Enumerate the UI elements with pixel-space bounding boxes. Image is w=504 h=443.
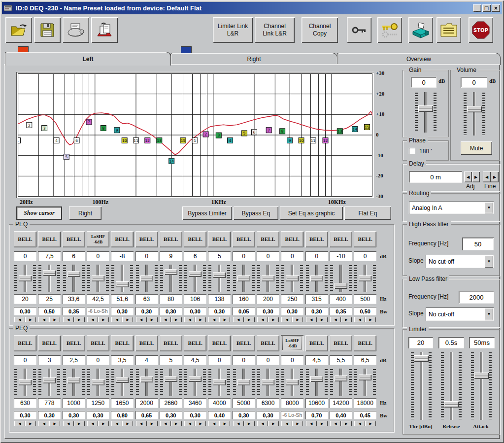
bandwidth-decrease-button[interactable]: ◀ bbox=[257, 317, 268, 322]
band-bandwidth-field[interactable]: 0,50 bbox=[38, 307, 61, 315]
delay-fine-left-button[interactable]: ◀ bbox=[483, 171, 491, 182]
band-gain-field[interactable]: 0 bbox=[257, 355, 279, 365]
band-bandwidth-field[interactable]: 0,30 bbox=[14, 411, 36, 419]
bandwidth-increase-button[interactable]: ▶ bbox=[195, 421, 206, 426]
stop-button[interactable]: STOP bbox=[469, 17, 493, 43]
eq-band-marker[interactable]: 13 bbox=[337, 129, 342, 134]
tab-left[interactable]: Left bbox=[5, 52, 171, 66]
eq-type-button[interactable]: BELL bbox=[135, 231, 158, 247]
eq-band-marker[interactable]: 14 bbox=[169, 158, 174, 164]
band-gain-field[interactable]: 0 bbox=[233, 355, 255, 365]
band-frequency-field[interactable]: 400 bbox=[330, 294, 352, 304]
unlock-button[interactable] bbox=[377, 17, 402, 43]
band-gain-field[interactable]: 0 bbox=[257, 251, 279, 261]
band-bandwidth-field[interactable]: 0,70 bbox=[305, 411, 328, 419]
band-gain-slider[interactable] bbox=[160, 265, 182, 292]
band-frequency-field[interactable]: 4000 bbox=[208, 398, 231, 408]
band-frequency-field[interactable]: 18000 bbox=[354, 398, 376, 408]
bandwidth-decrease-button[interactable]: ◀ bbox=[208, 421, 219, 426]
bandwidth-increase-button[interactable]: ▶ bbox=[365, 317, 376, 322]
band-gain-slider[interactable] bbox=[111, 265, 133, 292]
bandwidth-decrease-button[interactable]: ◀ bbox=[184, 421, 195, 426]
band-gain-field[interactable]: 9 bbox=[160, 251, 182, 261]
band-gain-slider[interactable] bbox=[306, 369, 328, 396]
bandwidth-increase-button[interactable]: ▶ bbox=[219, 421, 230, 426]
band-bandwidth-field[interactable]: 0,30 bbox=[87, 411, 109, 419]
eq-band-marker[interactable]: 12 bbox=[323, 138, 328, 143]
bandwidth-increase-button[interactable]: ▶ bbox=[25, 421, 36, 426]
lpf-slope-dropdown[interactable]: No cut-off ▼ bbox=[426, 307, 494, 321]
eq-type-button[interactable]: LoSHF-6dB bbox=[281, 335, 303, 351]
eq-band-marker[interactable]: 9 bbox=[114, 128, 120, 133]
band-gain-field[interactable]: 3,5 bbox=[111, 355, 134, 365]
band-gain-slider[interactable] bbox=[281, 369, 303, 396]
eq-type-button[interactable]: BELL bbox=[305, 335, 328, 351]
bandwidth-decrease-button[interactable]: ◀ bbox=[38, 317, 49, 322]
band-frequency-field[interactable]: 1650 bbox=[111, 398, 134, 408]
bandwidth-decrease-button[interactable]: ◀ bbox=[233, 421, 244, 426]
limiter-attack-slider[interactable] bbox=[471, 352, 492, 420]
eq-band-marker[interactable]: 7 bbox=[86, 119, 92, 125]
band-frequency-field[interactable]: 778 bbox=[38, 398, 61, 408]
hpf-frequency-field[interactable]: 50 bbox=[462, 238, 494, 250]
bandwidth-increase-button[interactable]: ▶ bbox=[219, 317, 230, 322]
band-frequency-field[interactable]: 63 bbox=[135, 294, 158, 304]
limiter-attack-field[interactable]: 50ms bbox=[469, 337, 495, 348]
bandwidth-decrease-button[interactable]: ◀ bbox=[111, 421, 122, 426]
eq-type-button[interactable]: BELL bbox=[38, 335, 61, 351]
eq-type-button[interactable]: BELL bbox=[14, 335, 36, 351]
bandwidth-decrease-button[interactable]: ◀ bbox=[354, 317, 365, 322]
eq-band-marker[interactable]: 12 bbox=[145, 138, 150, 143]
eq-band-marker[interactable]: 4 bbox=[54, 138, 59, 143]
band-frequency-field[interactable]: 3460 bbox=[184, 398, 206, 408]
band-frequency-field[interactable]: 5000 bbox=[233, 398, 255, 408]
bandwidth-increase-button[interactable]: ▶ bbox=[122, 317, 133, 322]
bandwidth-increase-button[interactable]: ▶ bbox=[147, 421, 158, 426]
eq-band-marker[interactable]: 1 bbox=[192, 138, 198, 143]
band-bandwidth-field[interactable]: 0,40 bbox=[208, 411, 231, 419]
bandwidth-increase-button[interactable]: ▶ bbox=[317, 421, 328, 426]
band-gain-slider[interactable] bbox=[184, 265, 206, 292]
tab-right[interactable]: Right bbox=[170, 53, 337, 65]
bandwidth-increase-button[interactable]: ▶ bbox=[171, 421, 182, 426]
band-gain-field[interactable]: 3 bbox=[38, 355, 61, 365]
band-gain-slider[interactable] bbox=[87, 369, 109, 396]
bandwidth-decrease-button[interactable]: ◀ bbox=[208, 317, 219, 322]
band-bandwidth-field[interactable]: 0,35 bbox=[330, 307, 352, 315]
band-gain-slider[interactable] bbox=[87, 265, 109, 292]
band-gain-field[interactable]: 0 bbox=[281, 251, 303, 261]
band-gain-field[interactable]: 5 bbox=[160, 355, 182, 365]
band-gain-field[interactable]: -8 bbox=[111, 251, 134, 261]
eq-band-marker[interactable]: 8 bbox=[101, 126, 106, 131]
band-frequency-field[interactable]: 80 bbox=[160, 294, 182, 304]
eq-band-marker[interactable]: 8 bbox=[280, 129, 285, 134]
bandwidth-decrease-button[interactable]: ◀ bbox=[281, 317, 292, 322]
eq-band-marker[interactable]: 9 bbox=[287, 138, 293, 143]
band-gain-slider[interactable] bbox=[330, 265, 352, 292]
minimize-button[interactable]: _ bbox=[473, 4, 481, 12]
eq-band-marker[interactable]: 11 bbox=[310, 138, 316, 143]
band-gain-field[interactable]: 0 bbox=[281, 355, 303, 365]
band-bandwidth-field[interactable]: 0,50 bbox=[354, 307, 376, 315]
bandwidth-increase-button[interactable]: ▶ bbox=[341, 421, 352, 426]
eq-band-marker[interactable]: 10 bbox=[122, 138, 127, 143]
bandwidth-increase-button[interactable]: ▶ bbox=[98, 421, 109, 426]
bandwidth-decrease-button[interactable]: ◀ bbox=[330, 317, 341, 322]
band-gain-slider[interactable] bbox=[257, 369, 279, 396]
band-gain-field[interactable]: 6 bbox=[184, 251, 206, 261]
band-gain-slider[interactable] bbox=[38, 369, 60, 396]
band-bandwidth-field[interactable]: 0,05 bbox=[233, 307, 255, 315]
band-gain-field[interactable]: 0 bbox=[208, 355, 231, 365]
close-button[interactable]: × bbox=[492, 4, 500, 12]
band-frequency-field[interactable]: 500 bbox=[354, 294, 376, 304]
eq-type-button[interactable]: BELL bbox=[87, 335, 109, 351]
bandwidth-decrease-button[interactable]: ◀ bbox=[160, 317, 171, 322]
band-gain-field[interactable]: 0 bbox=[87, 355, 109, 365]
bandwidth-decrease-button[interactable]: ◀ bbox=[233, 317, 244, 322]
band-gain-slider[interactable] bbox=[63, 369, 85, 396]
band-bandwidth-field[interactable]: 0,65 bbox=[135, 411, 158, 419]
eq-type-button[interactable]: BELL bbox=[208, 231, 231, 247]
volume-value-field[interactable]: 0 bbox=[461, 77, 487, 88]
band-frequency-field[interactable]: 630 bbox=[14, 398, 36, 408]
band-gain-field[interactable]: 0 bbox=[135, 251, 158, 261]
